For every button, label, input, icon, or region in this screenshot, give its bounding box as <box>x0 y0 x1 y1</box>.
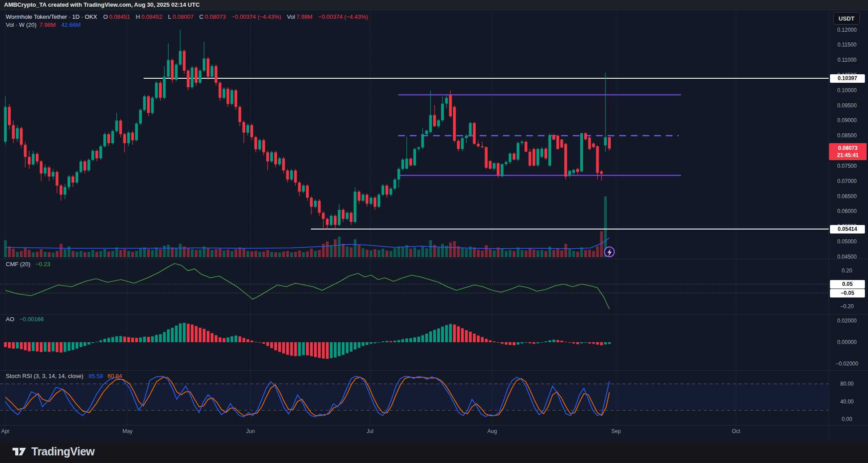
ao-bar <box>425 334 428 342</box>
candle-body <box>346 213 349 219</box>
ao-bar <box>215 335 217 342</box>
candle-body <box>16 128 19 139</box>
candle-body <box>513 153 515 160</box>
tradingview-logo-icon <box>12 446 27 458</box>
volume-bar <box>576 251 579 257</box>
ao-bar <box>274 342 277 350</box>
ao-bar <box>266 342 269 346</box>
chart-canvas[interactable] <box>0 0 868 463</box>
change-value: −0.00374 (−4.43%) <box>231 13 281 20</box>
volume-bar <box>342 244 345 257</box>
candle-body <box>481 146 484 147</box>
volume-bar <box>16 252 19 257</box>
ao-bar <box>532 342 535 344</box>
ao-bar <box>88 342 90 344</box>
candle-body <box>20 128 22 144</box>
ao-tick-label: 0.00000 <box>829 339 865 346</box>
volume-bar <box>310 249 313 257</box>
ao-bar <box>76 342 78 348</box>
time-axis[interactable]: AprMayJunJulAugSepOct <box>0 425 829 441</box>
cmf-value: −0.23 <box>36 261 51 268</box>
candle-body <box>457 141 460 149</box>
candle-body <box>127 133 130 144</box>
candle-body <box>175 64 178 80</box>
symbol-row: Wormhole Token/Tether · 1D · OKX O0.0845… <box>6 13 372 21</box>
candle-body <box>310 198 313 207</box>
candle-body <box>238 107 241 122</box>
ao-bar <box>497 342 499 343</box>
price-tick-label: 0.11000 <box>829 56 865 64</box>
open-value: 0.08451 <box>109 13 130 20</box>
ao-bar <box>195 326 197 342</box>
candle-body <box>580 133 583 171</box>
price-axis[interactable]: 0.120000.115000.110000.105000.100000.095… <box>829 0 868 441</box>
volume-bar <box>119 250 122 257</box>
candle-body <box>461 138 464 149</box>
volume-bar <box>536 251 539 257</box>
stoch-tick-label: 40.00 <box>829 398 865 405</box>
volume-bar <box>243 249 245 257</box>
volume-bar <box>103 249 106 257</box>
ao-bar <box>453 324 456 342</box>
candle-body <box>131 133 134 140</box>
ao-bar <box>370 342 372 344</box>
candle-body <box>179 51 182 64</box>
ao-bar <box>354 342 357 349</box>
volume-bar <box>48 252 51 257</box>
volume-bar <box>135 251 138 257</box>
candle-body <box>306 186 309 198</box>
candle-body <box>588 137 591 149</box>
volume-bar <box>55 251 58 257</box>
candle-body <box>528 152 531 166</box>
volume-bar <box>584 250 587 257</box>
volume-bar <box>4 240 7 257</box>
ao-bar <box>449 324 452 342</box>
volume-bar <box>219 249 221 257</box>
cmf-label: CMF (20) <box>6 261 30 268</box>
tradingview-logo[interactable]: TradingView <box>12 445 94 458</box>
volume-bar <box>330 246 332 257</box>
volume-bar <box>588 250 591 257</box>
candle-body <box>389 189 392 195</box>
volume-bar <box>592 251 595 257</box>
ao-bar <box>298 342 301 356</box>
volume-bar <box>334 239 336 257</box>
volume-bar <box>72 251 74 257</box>
candle-body <box>226 89 229 104</box>
candle-body <box>564 144 567 177</box>
candle-body <box>298 183 301 191</box>
price-tick-label: 0.09500 <box>829 102 865 109</box>
ao-bar <box>52 342 55 351</box>
volume-bar <box>159 249 162 257</box>
candle-body <box>505 162 507 164</box>
candle-body <box>44 167 47 174</box>
currency-button[interactable]: USDT <box>833 12 860 25</box>
candle-body <box>604 137 607 145</box>
ao-bar <box>171 328 174 342</box>
price-tick-label: 0.07000 <box>829 178 865 185</box>
candle-body <box>195 68 197 83</box>
ao-bar <box>557 340 559 342</box>
volume-indicator-row: Vol · W (20) 7.98M 42.66M <box>6 21 372 29</box>
volume-bar <box>409 249 412 257</box>
candle-body <box>433 115 436 126</box>
candle-body <box>36 154 38 161</box>
candle-body <box>417 148 420 149</box>
ao-bar <box>262 342 265 344</box>
ao-bar <box>405 339 408 342</box>
ao-pane-label: AO −0.00166 <box>6 316 44 323</box>
ao-bar <box>469 331 472 342</box>
candle-body <box>234 90 237 107</box>
ao-bar <box>32 342 34 351</box>
candle-body <box>441 104 444 120</box>
candle-body <box>521 142 523 143</box>
volume-bar <box>580 247 583 257</box>
volume-bar <box>238 247 241 257</box>
ao-bar <box>143 337 146 342</box>
ao-bar <box>513 342 515 345</box>
ao-bar <box>238 336 241 342</box>
volume-bar <box>266 250 269 257</box>
candle-body <box>409 159 412 166</box>
stoch-band <box>0 384 829 410</box>
candle-body <box>91 151 94 160</box>
